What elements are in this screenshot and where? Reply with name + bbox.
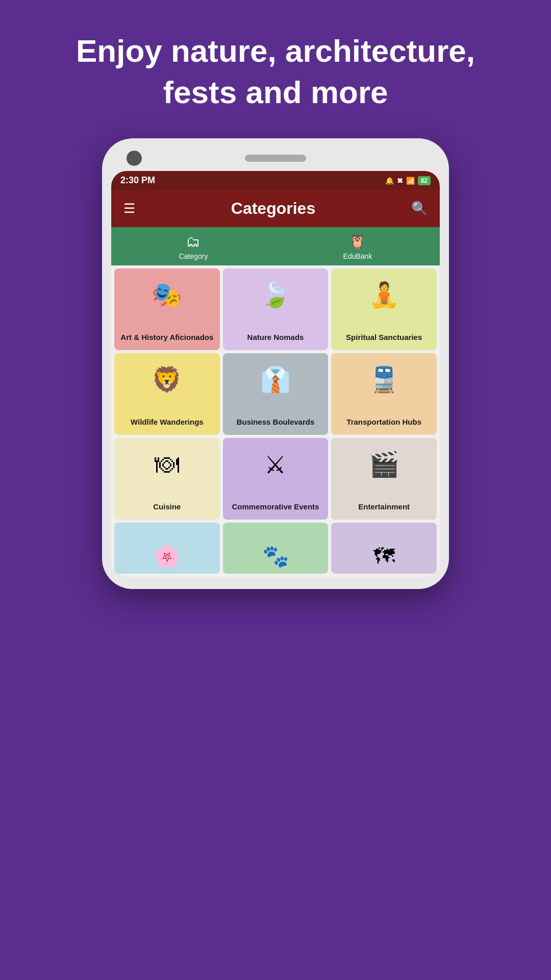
category-card-cuisine[interactable]: 🍽 Cuisine xyxy=(114,438,220,520)
category-card-travel[interactable]: 🗺 xyxy=(331,523,437,574)
category-card-paw[interactable]: 🐾 xyxy=(223,523,329,574)
bell-icon: 🔔 xyxy=(385,177,394,185)
phone-mockup: 2:30 PM 🔔 ✖ 📶 82 ☰ Categories 🔍 🗂 Catego… xyxy=(102,138,449,589)
menu-button[interactable]: ☰ xyxy=(123,201,135,216)
tab-edubank[interactable]: 🦉 EduBank xyxy=(343,233,372,260)
status-icons: 🔔 ✖ 📶 82 xyxy=(385,176,431,185)
partial-categories-row: 🌸 🐾 🗺 xyxy=(111,523,440,577)
category-card-commemorative[interactable]: ⚔ Commemorative Events xyxy=(223,438,329,520)
sim-icon: ✖ xyxy=(397,177,403,185)
commemorative-label: Commemorative Events xyxy=(232,502,319,511)
category-card-floral[interactable]: 🌸 xyxy=(114,523,220,574)
edubank-tab-label: EduBank xyxy=(343,252,372,260)
search-button[interactable]: 🔍 xyxy=(411,201,428,216)
tab-category[interactable]: 🗂 Category xyxy=(179,233,208,260)
transportation-icon: 🚆 xyxy=(369,365,399,394)
spiritual-icon: 🧘 xyxy=(369,281,399,309)
transportation-label: Transportation Hubs xyxy=(346,418,421,427)
phone-screen: 2:30 PM 🔔 ✖ 📶 82 ☰ Categories 🔍 🗂 Catego… xyxy=(111,171,440,577)
battery-indicator: 82 xyxy=(418,176,431,185)
tab-bar: 🗂 Category 🦉 EduBank xyxy=(111,227,440,265)
cuisine-icon: 🍽 xyxy=(155,450,179,478)
hero-section: Enjoy nature, architecture, fests and mo… xyxy=(0,0,551,138)
category-tab-icon: 🗂 xyxy=(186,233,201,250)
floral-icon: 🌸 xyxy=(154,544,180,569)
edubank-tab-icon: 🦉 xyxy=(348,233,366,250)
travel-icon: 🗺 xyxy=(373,544,395,569)
category-card-entertainment[interactable]: 🎬 Entertainment xyxy=(331,438,437,520)
app-bar: ☰ Categories 🔍 xyxy=(111,190,440,227)
categories-grid: 🎭 Art & History Aficionados 🍃 Nature Nom… xyxy=(111,265,440,523)
category-card-art-history[interactable]: 🎭 Art & History Aficionados xyxy=(114,268,220,350)
entertainment-icon: 🎬 xyxy=(369,450,399,479)
category-card-transportation[interactable]: 🚆 Transportation Hubs xyxy=(331,353,437,435)
hero-text: Enjoy nature, architecture, fests and mo… xyxy=(0,0,551,138)
spiritual-label: Spiritual Sanctuaries xyxy=(346,333,422,342)
phone-top-bar xyxy=(111,151,440,171)
business-icon: 👔 xyxy=(260,365,291,394)
app-title: Categories xyxy=(231,199,315,218)
art-history-icon: 🎭 xyxy=(152,281,182,309)
nature-nomads-icon: 🍃 xyxy=(260,281,291,309)
business-label: Business Boulevards xyxy=(237,418,315,427)
art-history-label: Art & History Aficionados xyxy=(120,333,213,342)
category-tab-label: Category xyxy=(179,252,208,260)
cuisine-label: Cuisine xyxy=(153,502,181,511)
status-time: 2:30 PM xyxy=(120,175,155,186)
commemorative-icon: ⚔ xyxy=(264,450,286,479)
category-card-wildlife[interactable]: 🦁 Wildlife Wanderings xyxy=(114,353,220,435)
category-card-spiritual[interactable]: 🧘 Spiritual Sanctuaries xyxy=(331,268,437,350)
category-card-nature-nomads[interactable]: 🍃 Nature Nomads xyxy=(223,268,329,350)
nature-nomads-label: Nature Nomads xyxy=(247,333,304,342)
status-bar: 2:30 PM 🔔 ✖ 📶 82 xyxy=(111,171,440,190)
wildlife-label: Wildlife Wanderings xyxy=(131,418,204,427)
category-card-business[interactable]: 👔 Business Boulevards xyxy=(223,353,329,435)
wifi-icon: 📶 xyxy=(406,177,415,185)
phone-speaker xyxy=(245,155,306,162)
phone-camera xyxy=(127,151,142,166)
wildlife-icon: 🦁 xyxy=(152,365,182,394)
entertainment-label: Entertainment xyxy=(358,502,410,511)
paw-icon: 🐾 xyxy=(262,544,289,569)
